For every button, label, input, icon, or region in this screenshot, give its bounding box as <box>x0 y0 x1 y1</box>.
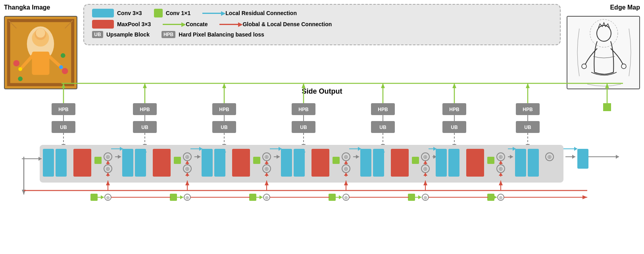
svg-marker-26 <box>143 83 147 88</box>
ub-label: Upsample Block <box>106 31 150 38</box>
svg-rect-108 <box>153 149 171 177</box>
svg-text:⊕: ⊕ <box>498 165 503 172</box>
svg-point-5 <box>36 28 45 37</box>
svg-rect-96 <box>43 149 54 177</box>
svg-text:⊕: ⊕ <box>498 154 503 160</box>
svg-rect-138 <box>391 149 409 177</box>
svg-text:HPB: HPB <box>298 107 309 112</box>
svg-text:UB: UB <box>60 125 67 130</box>
svg-marker-36 <box>526 83 530 88</box>
legend-maxpool: MaxPool 3×3 <box>92 20 151 29</box>
edge-map-title: Edge Map <box>610 4 640 11</box>
svg-rect-146 <box>436 149 447 177</box>
svg-rect-106 <box>122 149 133 177</box>
svg-marker-38 <box>605 83 609 88</box>
thangka-title: Thangka Image <box>4 4 50 11</box>
svg-text:HPB: HPB <box>378 107 388 112</box>
svg-marker-34 <box>452 83 456 88</box>
legend-conv1x1: Conv 1×1 <box>154 9 191 17</box>
ub-badge: UB <box>92 31 103 38</box>
svg-text:UB: UB <box>300 125 307 130</box>
svg-rect-218 <box>90 194 98 201</box>
svg-rect-126 <box>281 149 292 177</box>
svg-text:⊕: ⊕ <box>344 195 348 200</box>
thangka-image <box>4 16 77 89</box>
svg-text:⊕: ⊕ <box>265 195 269 200</box>
svg-text:⊕: ⊕ <box>423 154 428 160</box>
svg-marker-180 <box>574 147 577 151</box>
svg-rect-116 <box>202 149 213 177</box>
svg-rect-149 <box>487 157 494 164</box>
svg-text:UB: UB <box>379 125 386 130</box>
svg-marker-268 <box>616 155 619 159</box>
maxpool-icon <box>92 20 114 29</box>
svg-point-16 <box>59 65 63 69</box>
svg-marker-24 <box>62 83 65 88</box>
svg-marker-245 <box>260 195 263 199</box>
svg-text:HPB: HPB <box>58 107 69 112</box>
svg-rect-129 <box>333 157 340 164</box>
svg-text:⊕: ⊕ <box>264 154 269 160</box>
svg-text:⊕: ⊕ <box>106 195 110 200</box>
svg-rect-221 <box>329 194 336 201</box>
svg-marker-249 <box>339 195 342 199</box>
legend-local-residual: ▶ Local Residual Connection <box>202 10 297 16</box>
svg-text:HPB: HPB <box>140 107 150 112</box>
maxpool-label: MaxPool 3×3 <box>117 21 151 27</box>
svg-point-10 <box>62 68 68 74</box>
svg-text:⊕: ⊕ <box>185 154 190 160</box>
legend-box: Conv 3×3 Conv 1×1 ▶ Local Residual Conne… <box>83 4 561 45</box>
svg-marker-257 <box>494 195 497 199</box>
svg-rect-119 <box>253 157 260 164</box>
svg-text:UB: UB <box>141 125 148 130</box>
svg-text:⊕: ⊕ <box>185 195 189 200</box>
svg-text:⊕: ⊕ <box>423 165 428 172</box>
svg-text:HPB: HPB <box>523 107 533 112</box>
svg-rect-97 <box>56 149 67 177</box>
local-residual-label: Local Residual Connection <box>225 10 297 16</box>
svg-marker-253 <box>418 195 421 199</box>
svg-marker-28 <box>222 83 226 88</box>
svg-rect-223 <box>487 194 494 201</box>
legend-concate: ▶ Concate <box>163 21 208 27</box>
hpb-label: Hard Pixel Balancing based loss <box>179 31 264 38</box>
svg-text:⊕: ⊕ <box>106 154 110 160</box>
svg-rect-220 <box>249 194 256 201</box>
svg-rect-128 <box>311 149 329 177</box>
svg-rect-136 <box>360 149 371 177</box>
svg-text:⊕: ⊕ <box>106 165 110 172</box>
svg-rect-222 <box>408 194 415 201</box>
svg-rect-156 <box>515 149 526 177</box>
hpb-badge: HPB <box>161 31 175 38</box>
concate-label: Concate <box>186 21 208 27</box>
legend-global-dense: ▶ Global & Local Dense Connection <box>219 21 332 27</box>
svg-text:⊕: ⊕ <box>344 154 348 160</box>
svg-point-15 <box>18 67 22 71</box>
svg-rect-118 <box>232 149 250 177</box>
svg-marker-266 <box>582 195 587 199</box>
svg-rect-162 <box>577 149 588 169</box>
svg-rect-109 <box>174 157 181 164</box>
svg-text:UB: UB <box>451 125 458 130</box>
conv1x1-label: Conv 1×1 <box>166 10 191 16</box>
conv3x3-icon <box>92 9 114 17</box>
legend-hpb: HPB Hard Pixel Balancing based loss <box>161 31 264 38</box>
svg-rect-139 <box>412 157 419 164</box>
svg-text:⊕: ⊕ <box>185 165 190 172</box>
conv1x1-icon <box>154 9 163 17</box>
svg-marker-241 <box>180 195 183 199</box>
svg-text:⊕: ⊕ <box>264 165 269 172</box>
svg-point-12 <box>61 53 65 58</box>
svg-marker-32 <box>381 83 385 88</box>
global-dense-label: Global & Local Dense Connection <box>242 21 332 27</box>
legend-ub: UB Upsample Block <box>92 31 150 38</box>
svg-rect-148 <box>466 149 484 177</box>
svg-marker-30 <box>302 83 306 88</box>
svg-rect-99 <box>94 157 102 164</box>
svg-text:⊕: ⊕ <box>344 165 348 172</box>
svg-text:UB: UB <box>524 125 531 130</box>
svg-point-9 <box>13 60 20 67</box>
svg-rect-98 <box>73 149 91 177</box>
svg-text:⊕: ⊕ <box>499 195 503 200</box>
svg-rect-219 <box>170 194 177 201</box>
